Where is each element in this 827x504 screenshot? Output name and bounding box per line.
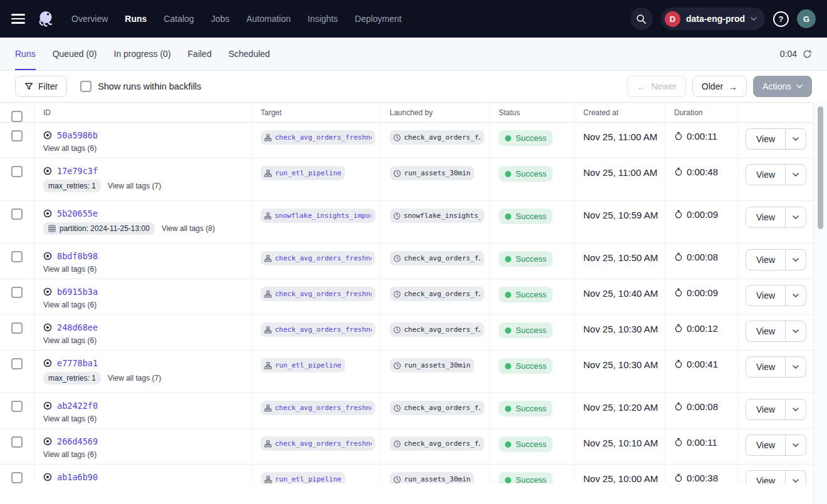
row-checkbox[interactable] [11, 436, 23, 448]
launched-by-chip[interactable]: check_avg_orders_f… [390, 401, 484, 415]
refresh-icon[interactable] [803, 49, 812, 59]
run-id-link[interactable]: 248d68ee [57, 322, 98, 332]
tab-runs[interactable]: Runs [15, 38, 36, 70]
view-run-dropdown-button[interactable] [786, 165, 806, 185]
launched-by-chip[interactable]: run_assets_30min [390, 358, 474, 373]
backfills-checkbox[interactable] [80, 81, 91, 92]
launched-by-chip[interactable]: check_avg_orders_f… [390, 322, 484, 337]
workspace-switcher[interactable]: D data-eng-prod [661, 8, 765, 30]
launched-by-chip[interactable]: check_avg_orders_f… [390, 436, 484, 451]
newer-button[interactable]: ← Newer [627, 76, 685, 97]
row-checkbox[interactable] [11, 166, 23, 177]
launched-by-chip[interactable]: check_avg_orders_f… [390, 287, 484, 301]
select-all-checkbox[interactable] [11, 111, 23, 122]
filter-button[interactable]: Filter [15, 76, 67, 97]
tab-in-progress[interactable]: In progress (0) [114, 38, 171, 70]
vertical-scrollbar-track[interactable] [813, 102, 827, 504]
nav-item-runs[interactable]: Runs [125, 14, 147, 24]
row-checkbox[interactable] [11, 130, 23, 141]
view-run-button[interactable]: View [746, 207, 786, 227]
search-button[interactable] [630, 8, 653, 30]
row-checkbox[interactable] [11, 401, 23, 412]
launched-by-chip[interactable]: snowflake_insights_… [390, 208, 484, 223]
target-chip[interactable]: check_avg_orders_freshne [261, 436, 375, 451]
launched-by-chip[interactable]: check_avg_orders_f… [390, 251, 484, 265]
nav-item-deployment[interactable]: Deployment [355, 14, 402, 24]
target-chip[interactable]: check_avg_orders_freshne [261, 322, 375, 337]
help-button[interactable]: ? [773, 11, 789, 27]
view-all-tags-link[interactable]: View all tags (6) [43, 450, 96, 459]
view-run-dropdown-button[interactable] [786, 207, 806, 227]
run-id-link[interactable]: 8bdf8b98 [57, 251, 98, 261]
row-checkbox[interactable] [11, 287, 23, 298]
target-chip[interactable]: check_avg_orders_freshne [261, 401, 375, 415]
view-all-tags-link[interactable]: View all tags (6) [43, 336, 96, 345]
tab-failed[interactable]: Failed [188, 38, 212, 70]
row-checkbox[interactable] [11, 358, 23, 369]
actions-button[interactable]: Actions [753, 76, 812, 97]
hamburger-menu-icon[interactable] [11, 14, 25, 24]
view-run-dropdown-button[interactable] [786, 129, 806, 149]
view-run-dropdown-button[interactable] [786, 357, 806, 377]
target-chip[interactable]: check_avg_orders_freshne [261, 251, 375, 265]
target-chip[interactable]: run_etl_pipeline [261, 358, 345, 373]
run-id-link[interactable]: ab2422f0 [57, 401, 98, 411]
target-chip[interactable]: check_avg_orders_freshne [261, 130, 375, 145]
view-run-button[interactable]: View [746, 321, 786, 341]
run-id-link[interactable]: 17e79c3f [57, 166, 98, 176]
run-id-link[interactable]: ab1a6b90 [57, 472, 98, 482]
target-chip[interactable]: check_avg_orders_freshne [261, 287, 375, 301]
nav-item-overview[interactable]: Overview [71, 14, 108, 24]
nav-item-jobs[interactable]: Jobs [211, 14, 230, 24]
run-id-link[interactable]: 5b20655e [57, 208, 98, 219]
view-run-dropdown-button[interactable] [786, 435, 806, 455]
launched-by-chip[interactable]: check_avg_orders_f… [390, 130, 484, 145]
run-tag-pill[interactable]: max_retries: 1 [43, 372, 101, 384]
view-run-button[interactable]: View [746, 357, 786, 377]
view-run-button[interactable]: View [746, 285, 786, 306]
run-id-link[interactable]: 266d4569 [57, 436, 98, 446]
tab-queued[interactable]: Queued (0) [53, 38, 97, 70]
row-checkbox[interactable] [11, 472, 23, 483]
view-run-button[interactable]: View [746, 129, 786, 149]
tab-scheduled[interactable]: Scheduled [229, 38, 270, 70]
view-run-dropdown-button[interactable] [786, 471, 806, 483]
view-run-button[interactable]: View [746, 435, 786, 455]
target-chip[interactable]: run_etl_pipeline [261, 166, 345, 180]
view-all-tags-link[interactable]: View all tags (6) [43, 414, 96, 423]
target-chip[interactable]: snowflake_insights_import [261, 208, 375, 223]
view-run-button[interactable]: View [746, 399, 786, 419]
older-button[interactable]: Older → [692, 76, 747, 97]
view-run-dropdown-button[interactable] [786, 250, 806, 270]
view-run-dropdown-button[interactable] [786, 399, 806, 419]
show-backfills-toggle[interactable]: Show runs within backfills [80, 81, 201, 92]
view-all-tags-link[interactable]: View all tags (6) [43, 265, 96, 274]
row-checkbox[interactable] [11, 251, 23, 262]
view-all-tags-link[interactable]: View all tags (7) [108, 374, 161, 383]
view-all-tags-link[interactable]: View all tags (8) [162, 224, 215, 233]
run-id-link[interactable]: b6915b3a [57, 287, 98, 297]
vertical-scrollbar-thumb[interactable] [818, 106, 823, 229]
run-id-link[interactable]: 50a5986b [57, 130, 98, 140]
view-run-dropdown-button[interactable] [786, 321, 806, 341]
dagster-logo[interactable] [36, 9, 55, 28]
view-run-button[interactable]: View [746, 471, 786, 483]
launched-by-chip[interactable]: run_assets_30min [390, 166, 474, 180]
user-avatar[interactable]: G [797, 9, 816, 28]
row-checkbox[interactable] [11, 208, 23, 220]
view-all-tags-link[interactable]: View all tags (6) [43, 144, 96, 153]
nav-item-catalog[interactable]: Catalog [164, 14, 194, 24]
row-checkbox[interactable] [11, 322, 23, 334]
view-all-tags-link[interactable]: View all tags (7) [108, 182, 161, 190]
view-run-button[interactable]: View [746, 250, 786, 270]
view-run-dropdown-button[interactable] [786, 285, 806, 306]
view-all-tags-link[interactable]: View all tags (6) [43, 301, 96, 309]
run-tag-pill[interactable]: max_retries: 1 [43, 180, 101, 192]
nav-item-insights[interactable]: Insights [308, 14, 338, 24]
target-chip[interactable]: run_etl_pipeline [261, 472, 345, 483]
nav-item-automation[interactable]: Automation [246, 14, 291, 24]
launched-by-chip[interactable]: run_assets_30min [390, 472, 474, 483]
run-tag-pill[interactable]: partition: 2024-11-25-13:00 [43, 222, 155, 235]
run-id-link[interactable]: e7778ba1 [57, 358, 98, 368]
view-run-button[interactable]: View [746, 165, 786, 185]
